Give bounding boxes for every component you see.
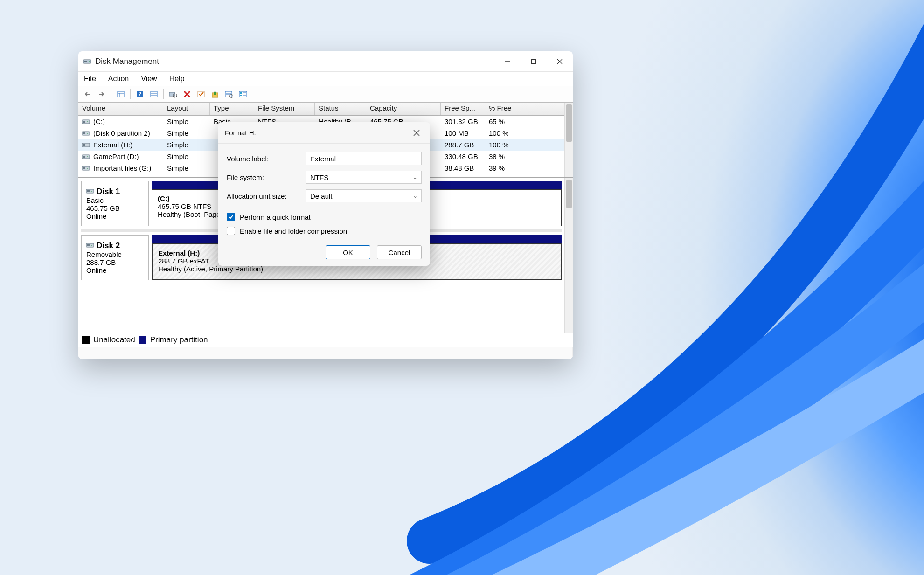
svg-point-49 [91, 191, 92, 192]
dialog-title: Format H: [225, 129, 256, 137]
disk-info[interactable]: Disk 2Removable288.7 GBOnline [81, 235, 149, 280]
col-layout[interactable]: Layout [163, 103, 210, 115]
volume-pct: 38 % [485, 152, 527, 160]
svg-rect-15 [169, 92, 175, 96]
menu-action[interactable]: Action [106, 74, 131, 84]
svg-point-37 [87, 133, 88, 134]
menu-help[interactable]: Help [167, 74, 187, 84]
hdd-icon [82, 131, 90, 136]
svg-text:?: ? [138, 91, 141, 97]
volume-free: 301.32 GB [441, 118, 485, 125]
hdd-icon [82, 142, 90, 148]
toolbar-forward-icon[interactable] [95, 88, 108, 100]
statusbar [78, 347, 573, 359]
hdd-icon [82, 154, 90, 159]
volume-pct: 100 % [485, 129, 527, 137]
menu-view[interactable]: View [139, 74, 159, 84]
chevron-down-icon: ⌄ [413, 174, 417, 180]
graphical-scrollbar[interactable] [564, 178, 573, 333]
allocation-select[interactable]: Default ⌄ [306, 189, 422, 202]
disk-kind: Basic [86, 196, 144, 204]
maximize-button[interactable] [521, 51, 547, 72]
disk-state: Online [86, 212, 144, 220]
col-filesystem[interactable]: File System [254, 103, 315, 115]
col-volume[interactable]: Volume [78, 103, 163, 115]
svg-rect-7 [118, 91, 124, 97]
svg-point-40 [87, 145, 88, 145]
toolbar-back-icon[interactable] [81, 88, 94, 100]
volume-label-label: Volume label: [227, 155, 306, 163]
col-capacity[interactable]: Capacity [366, 103, 441, 115]
hdd-icon [86, 241, 97, 250]
svg-rect-45 [83, 167, 85, 169]
toolbar-delete-icon[interactable] [181, 88, 194, 100]
disk-name: Disk 1 [97, 187, 120, 196]
disk-state: Online [86, 266, 144, 274]
volume-free: 288.7 GB [441, 141, 485, 149]
legend-primary-swatch [139, 336, 146, 344]
svg-rect-48 [87, 190, 90, 192]
file-system-label: File system: [227, 173, 306, 181]
volume-layout: Simple [163, 141, 210, 149]
volume-label-input[interactable] [306, 152, 422, 165]
svg-rect-39 [83, 144, 85, 146]
titlebar[interactable]: Disk Management [78, 51, 573, 72]
volume-name: External (H:) [93, 141, 132, 149]
file-system-select[interactable]: NTFS ⌄ [306, 171, 422, 184]
menubar: File Action View Help [78, 72, 573, 86]
quick-format-checkbox[interactable] [227, 213, 235, 221]
svg-point-2 [89, 61, 90, 62]
col-freespace[interactable]: Free Sp... [441, 103, 485, 115]
volume-name: (Disk 0 partition 2) [93, 129, 150, 137]
scroll-thumb[interactable] [566, 180, 572, 208]
toolbar-help-icon[interactable]: ? [133, 88, 146, 100]
col-pctfree[interactable]: % Free [485, 103, 527, 115]
allocation-value: Default [310, 192, 333, 200]
toolbar-find-icon[interactable] [167, 88, 180, 100]
volume-free: 100 MB [441, 129, 485, 137]
cancel-button[interactable]: Cancel [377, 245, 422, 259]
dialog-titlebar[interactable]: Format H: [218, 122, 430, 144]
toolbar-properties-icon[interactable] [114, 88, 127, 100]
legend: Unallocated Primary partition [78, 333, 573, 347]
volume-pct: 65 % [485, 118, 527, 125]
disk-size: 288.7 GB [86, 258, 144, 266]
volume-pct: 39 % [485, 164, 527, 172]
menu-file[interactable]: File [82, 74, 98, 84]
svg-rect-30 [240, 95, 242, 96]
svg-point-52 [91, 245, 92, 246]
svg-rect-22 [225, 91, 232, 97]
grid-scrollbar[interactable] [564, 103, 573, 177]
svg-rect-51 [87, 244, 90, 246]
svg-rect-1 [84, 61, 87, 62]
toolbar-check-icon[interactable] [195, 88, 208, 100]
svg-rect-4 [532, 59, 536, 63]
toolbar-tableview-icon[interactable] [147, 88, 160, 100]
close-button[interactable] [547, 51, 573, 72]
minimize-button[interactable] [494, 51, 521, 72]
toolbar-up-icon[interactable] [208, 88, 222, 100]
disk-name: Disk 2 [97, 241, 120, 250]
volume-pct: 100 % [485, 141, 527, 149]
svg-point-46 [87, 168, 88, 169]
col-status[interactable]: Status [315, 103, 366, 115]
allocation-label: Allocation unit size: [227, 192, 306, 200]
toolbar-searchlist-icon[interactable] [222, 88, 236, 100]
compression-label: Enable file and folder compression [240, 227, 347, 235]
col-type[interactable]: Type [210, 103, 254, 115]
volume-name: (C:) [93, 118, 105, 125]
svg-rect-33 [83, 121, 85, 123]
compression-checkbox[interactable] [227, 227, 235, 235]
hdd-icon [82, 119, 90, 125]
svg-rect-28 [240, 92, 242, 94]
scroll-thumb[interactable] [566, 104, 572, 142]
dialog-close-button[interactable] [410, 126, 424, 140]
grid-headers: Volume Layout Type File System Status Ca… [78, 103, 564, 116]
svg-rect-12 [151, 91, 157, 97]
volume-free: 330.48 GB [441, 152, 485, 160]
toolbar-detailslist-icon[interactable] [236, 88, 250, 100]
disk-info[interactable]: Disk 1Basic465.75 GBOnline [81, 181, 149, 226]
ok-button[interactable]: OK [326, 245, 370, 259]
toolbar: ? [78, 86, 573, 103]
legend-unallocated-label: Unallocated [93, 335, 135, 345]
